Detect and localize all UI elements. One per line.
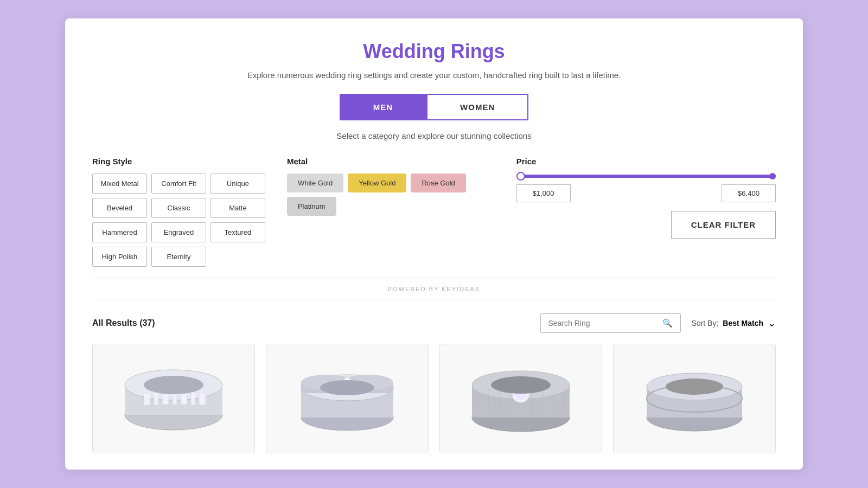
svg-rect-8 xyxy=(191,392,195,405)
price-range xyxy=(516,175,776,202)
filters-row: Ring Style Mixed MetalComfort FitUniqueB… xyxy=(92,157,776,267)
ring-style-button[interactable]: Eternity xyxy=(151,247,206,267)
metal-button[interactable]: Rose Gold xyxy=(411,174,465,192)
search-icon[interactable]: 🔍 xyxy=(662,318,673,328)
ring-style-button[interactable]: Beveled xyxy=(92,198,147,218)
page-title: Wedding Rings xyxy=(92,40,776,63)
results-count: All Results (37) xyxy=(92,318,155,328)
svg-point-33 xyxy=(491,376,551,394)
price-min-input[interactable] xyxy=(516,184,571,202)
ring-style-button[interactable]: Mixed Metal xyxy=(92,174,147,194)
product-image-3 xyxy=(440,344,602,453)
page-subtitle: Explore numerous wedding ring settings a… xyxy=(92,70,776,80)
ring-style-button[interactable]: Classic xyxy=(151,198,206,218)
sort-value: Best Match xyxy=(723,319,763,328)
main-container: Wedding Rings Explore numerous wedding r… xyxy=(65,18,803,470)
ring-style-button[interactable]: Textured xyxy=(210,222,265,242)
products-grid xyxy=(92,344,776,453)
svg-point-39 xyxy=(666,378,723,395)
ring-style-button[interactable]: High Polish xyxy=(92,247,147,267)
ring-style-button[interactable]: Comfort Fit xyxy=(151,174,206,194)
sort-chevron-icon[interactable]: ⌄ xyxy=(768,317,776,329)
powered-by: POWERED BY KEYIDEAS xyxy=(92,278,776,300)
metal-button[interactable]: White Gold xyxy=(287,174,343,192)
product-image-2 xyxy=(266,344,428,453)
product-card[interactable] xyxy=(439,344,602,453)
price-slider-track[interactable] xyxy=(516,175,776,178)
search-sort-row: 🔍 Sort By: Best Match ⌄ xyxy=(540,313,776,333)
men-button[interactable]: MEN xyxy=(340,94,426,120)
price-title: Price xyxy=(516,157,776,166)
product-card[interactable] xyxy=(613,344,776,453)
product-image-4 xyxy=(614,344,775,453)
metal-button[interactable]: Platinum xyxy=(287,197,336,216)
svg-point-10 xyxy=(144,376,203,394)
search-input[interactable] xyxy=(548,319,657,328)
svg-rect-3 xyxy=(144,393,150,405)
sort-wrapper: Best Match ⌄ xyxy=(723,317,776,329)
metal-buttons: White GoldYellow GoldRose GoldPlatinum xyxy=(287,174,495,216)
metal-title: Metal xyxy=(287,157,495,166)
sort-row: Sort By: Best Match ⌄ xyxy=(692,317,776,329)
svg-point-19 xyxy=(320,380,374,395)
search-box: 🔍 xyxy=(540,313,681,333)
price-section: Price CLEAR FILTER xyxy=(516,157,776,239)
ring-style-button[interactable]: Engraved xyxy=(151,222,206,242)
product-card[interactable] xyxy=(266,344,429,453)
gender-toggle: MEN WOMEN xyxy=(92,94,776,120)
price-max-input[interactable] xyxy=(722,184,776,202)
sort-label: Sort By: xyxy=(692,319,719,328)
svg-rect-9 xyxy=(199,393,206,405)
category-hint: Select a category and explore our stunni… xyxy=(92,131,776,140)
product-card[interactable] xyxy=(92,344,255,453)
women-button[interactable]: WOMEN xyxy=(426,94,528,120)
ring-style-button[interactable]: Matte xyxy=(210,198,265,218)
ring-style-section: Ring Style Mixed MetalComfort FitUniqueB… xyxy=(92,157,265,267)
ring-style-title: Ring Style xyxy=(92,157,265,166)
ring-style-button[interactable]: Unique xyxy=(210,174,265,194)
ring-style-button[interactable]: Hammered xyxy=(92,222,147,242)
price-inputs xyxy=(516,184,776,202)
product-image-1 xyxy=(93,344,254,453)
svg-rect-4 xyxy=(154,392,158,405)
ring-style-grid: Mixed MetalComfort FitUniqueBeveledClass… xyxy=(92,174,265,267)
metal-button[interactable]: Yellow Gold xyxy=(348,174,406,192)
clear-filter-button[interactable]: CLEAR FILTER xyxy=(671,211,776,239)
metal-section: Metal White GoldYellow GoldRose GoldPlat… xyxy=(287,157,495,216)
results-header: All Results (37) 🔍 Sort By: Best Match ⌄ xyxy=(92,313,776,333)
